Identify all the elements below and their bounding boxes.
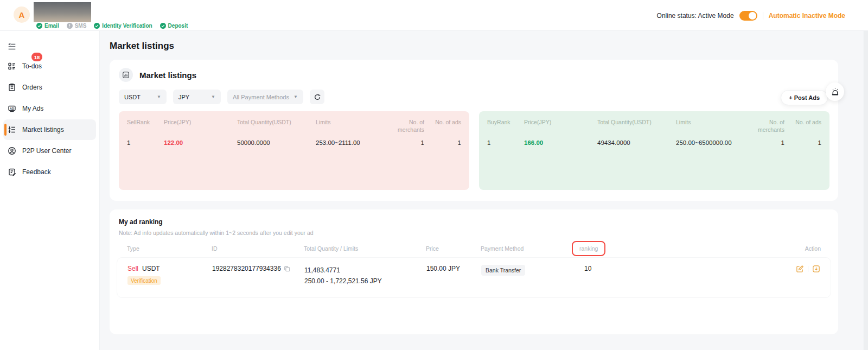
automatic-inactive-mode-link[interactable]: Automatic Inactive Mode xyxy=(769,12,845,20)
top-header: A Email SMS Identity Verification Deposi… xyxy=(0,0,868,31)
sidebar-item-feedback[interactable]: Feedback xyxy=(3,162,96,182)
merchant-name-redacted xyxy=(34,2,91,22)
payment-method-chip: Bank Transfer xyxy=(481,265,525,276)
sidebar-item-label: My Ads xyxy=(22,105,43,112)
sms-unverified-badge: SMS xyxy=(67,23,87,29)
buy-price: 166.00 xyxy=(524,139,597,146)
ad-limits: 250.00 - 1,722,521.56 JPY xyxy=(304,276,426,287)
deposit-verified-badge: Deposit xyxy=(160,23,188,29)
email-verified-badge: Email xyxy=(36,23,59,29)
feedback-icon xyxy=(8,168,17,177)
edit-ad-icon[interactable] xyxy=(796,265,804,273)
todos-icon xyxy=(8,62,17,71)
sidebar-item-orders[interactable]: Orders xyxy=(3,77,96,98)
my-ad-ranking-card: My ad ranking Note: Ad info updates auto… xyxy=(110,209,838,334)
sidebar-item-label: To-dos xyxy=(22,62,42,70)
ad-side: Sell xyxy=(127,265,138,272)
collapse-sidebar-icon[interactable] xyxy=(7,42,17,52)
online-status-toggle[interactable] xyxy=(739,11,757,21)
ranking-note: Note: Ad info updates automatically with… xyxy=(119,230,829,236)
ad-total-quantity: 11,483.4771 xyxy=(304,265,426,276)
chart-icon xyxy=(119,68,133,82)
verification-chip: Verification xyxy=(127,276,161,285)
take-offline-icon[interactable] xyxy=(812,265,820,273)
ad-asset: USDT xyxy=(142,265,160,272)
main-content: Market listings Market listings USDT ▼ J… xyxy=(100,31,864,350)
online-status-label: Online status: Active Mode xyxy=(657,12,734,20)
check-circle-icon xyxy=(160,23,166,29)
chevron-down-icon: ▼ xyxy=(211,94,215,99)
sidebar-item-label: Feedback xyxy=(22,168,51,176)
copy-icon[interactable] xyxy=(284,265,290,272)
my-ads-icon: AD xyxy=(8,104,17,113)
verification-badges: Email SMS Identity Verification Deposit xyxy=(36,23,188,29)
ad-ranking-value: 10 xyxy=(580,265,777,272)
divider xyxy=(763,12,763,20)
market-listings-card: Market listings USDT ▼ JPY ▼ All Payment… xyxy=(110,60,838,201)
ad-price: 150.00 JPY xyxy=(426,265,481,272)
sell-rank-row: 1 122.00 50000.0000 253.00~2111.00 1 1 xyxy=(127,139,461,146)
chevron-down-icon: ▼ xyxy=(293,94,298,99)
sidebar-item-label: P2P User Center xyxy=(22,147,72,155)
sidebar-item-todos[interactable]: To-dos 18 xyxy=(3,56,96,77)
page-title: Market listings xyxy=(110,41,838,52)
alarm-notification-button[interactable] xyxy=(826,82,844,101)
buy-rank-row: 1 166.00 49434.0000 250.00~6500000.00 1 … xyxy=(487,139,821,146)
fiat-select[interactable]: JPY ▼ xyxy=(173,90,221,104)
svg-text:AD: AD xyxy=(10,106,14,110)
coin-select[interactable]: USDT ▼ xyxy=(119,90,167,104)
sidebar-item-my-ads[interactable]: AD My Ads xyxy=(3,98,96,119)
scrollbar[interactable] xyxy=(864,31,868,350)
avatar[interactable]: A xyxy=(14,7,30,23)
ad-id: 1928278320177934336 xyxy=(212,265,281,272)
ranking-highlight-box: ranking xyxy=(572,241,605,256)
payment-method-select[interactable]: All Payment Methods ▼ xyxy=(227,90,303,104)
sidebar-item-market-listings[interactable]: Market listings xyxy=(3,119,96,140)
ad-payment-method-cell: Bank Transfer xyxy=(481,265,580,276)
market-listings-icon xyxy=(8,125,17,135)
sidebar-item-label: Market listings xyxy=(22,126,64,133)
exclaim-circle-icon xyxy=(67,23,73,29)
sell-price: 122.00 xyxy=(164,139,237,146)
ad-type-cell: Sell USDT Verification xyxy=(127,265,212,285)
ad-quantity-limits-cell: 11,483.4771 250.00 - 1,722,521.56 JPY xyxy=(304,265,426,287)
post-ads-button[interactable]: + Post Ads xyxy=(781,90,828,105)
divider xyxy=(808,266,808,272)
todos-count-badge: 18 xyxy=(31,53,42,61)
alarm-icon xyxy=(831,87,840,97)
orders-icon xyxy=(8,83,17,92)
sidebar-item-label: Orders xyxy=(22,84,42,91)
card-title: Market listings xyxy=(139,71,196,80)
ad-table-header: Type ID Total Quantity / Limits Price Pa… xyxy=(110,245,838,252)
identity-verified-badge: Identity Verification xyxy=(94,23,152,29)
my-ad-ranking-title: My ad ranking xyxy=(119,218,829,226)
sell-rank-panel: SellRank Price(JPY) Total Quantity(USDT)… xyxy=(119,111,469,190)
ad-id-cell: 1928278320177934336 xyxy=(212,265,304,272)
check-circle-icon xyxy=(94,23,100,29)
chevron-down-icon: ▼ xyxy=(157,94,161,99)
sidebar-item-p2p-user-center[interactable]: P2P User Center xyxy=(3,141,96,161)
ad-actions xyxy=(777,265,820,273)
user-center-icon xyxy=(8,147,17,156)
check-circle-icon xyxy=(36,23,42,29)
refresh-button[interactable] xyxy=(310,90,324,104)
buy-rank-panel: BuyRank Price(JPY) Total Quantity(USDT) … xyxy=(479,111,829,190)
sidebar: To-dos 18 Orders AD My Ads Market listin… xyxy=(0,31,100,350)
ad-table-row: Sell USDT Verification 19282783201779343… xyxy=(117,257,831,298)
